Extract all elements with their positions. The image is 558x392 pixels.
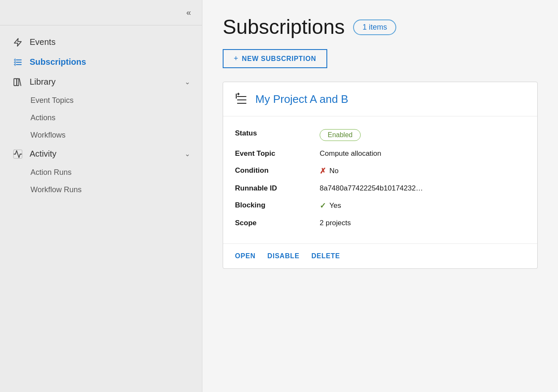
runnable-id-value: 8a7480a77422254b10174232… xyxy=(320,184,423,193)
bolt-icon xyxy=(12,38,24,47)
sidebar-item-workflow-runs-label: Workflow Runs xyxy=(30,185,82,194)
sidebar-top: « xyxy=(0,0,202,25)
page-header: Subscriptions 1 items xyxy=(223,17,538,37)
condition-value: ✗ No xyxy=(320,166,339,176)
sidebar: « Events xyxy=(0,0,202,392)
blocking-label: Blocking xyxy=(235,201,320,210)
sidebar-item-subscriptions[interactable]: Subscriptions xyxy=(0,52,202,72)
svg-rect-9 xyxy=(17,78,19,86)
check-icon: ✓ xyxy=(320,201,326,210)
card-row-scope: Scope 2 projects xyxy=(235,215,525,232)
new-subscription-label: NEW SUBSCRIPTION xyxy=(242,55,316,63)
sidebar-item-events-label: Events xyxy=(30,37,190,47)
status-badge: Enabled xyxy=(320,129,361,141)
items-count-badge: 1 items xyxy=(353,19,396,35)
status-value: Enabled xyxy=(320,129,361,141)
x-icon: ✗ xyxy=(320,166,326,176)
sidebar-item-library-label: Library xyxy=(30,77,179,87)
page-title: Subscriptions xyxy=(223,17,345,37)
delete-button[interactable]: DELETE xyxy=(311,251,340,261)
card-row-event-topic: Event Topic Compute allocation xyxy=(235,145,525,162)
library-icon xyxy=(12,77,24,87)
sidebar-navigation: Events Subscriptions xyxy=(0,25,202,392)
card-header: My Project A and B xyxy=(223,82,537,116)
collapse-button[interactable]: « xyxy=(183,6,194,19)
scope-value: 2 projects xyxy=(320,219,351,227)
svg-rect-8 xyxy=(14,78,17,86)
sidebar-item-workflows-label: Workflows xyxy=(30,131,66,140)
event-topic-value: Compute allocation xyxy=(320,149,381,158)
disable-button[interactable]: DISABLE xyxy=(268,251,300,261)
card-row-condition: Condition ✗ No xyxy=(235,162,525,180)
sidebar-item-workflows[interactable]: Workflows xyxy=(0,127,202,144)
sidebar-item-action-runs[interactable]: Action Runs xyxy=(0,164,202,181)
event-topic-label: Event Topic xyxy=(235,149,320,158)
activity-icon xyxy=(12,149,24,159)
condition-text: No xyxy=(329,167,339,175)
sidebar-item-subscriptions-label: Subscriptions xyxy=(30,57,190,67)
subscription-card: My Project A and B Status Enabled Event … xyxy=(223,82,538,269)
new-subscription-button[interactable]: + NEW SUBSCRIPTION xyxy=(223,49,327,68)
svg-marker-0 xyxy=(14,38,22,46)
card-body: Status Enabled Event Topic Compute alloc… xyxy=(223,116,537,243)
chevron-down-icon: ⌄ xyxy=(185,78,190,86)
sidebar-item-event-topics-label: Event Topics xyxy=(30,96,74,105)
sidebar-item-actions[interactable]: Actions xyxy=(0,109,202,127)
chevron-down-icon-activity: ⌄ xyxy=(185,150,190,158)
status-label: Status xyxy=(235,129,320,138)
subscriptions-icon xyxy=(12,58,24,67)
open-button[interactable]: OPEN xyxy=(235,251,256,261)
scope-label: Scope xyxy=(235,219,320,227)
runnable-id-label: Runnable ID xyxy=(235,184,320,193)
sidebar-item-events[interactable]: Events xyxy=(0,32,202,52)
sidebar-item-workflow-runs[interactable]: Workflow Runs xyxy=(0,181,202,199)
sidebar-item-activity-label: Activity xyxy=(30,149,179,159)
blocking-text: Yes xyxy=(329,202,341,210)
plus-icon: + xyxy=(234,54,238,63)
subscription-title: My Project A and B xyxy=(255,93,348,106)
subscription-icon xyxy=(235,92,249,106)
sidebar-item-actions-label: Actions xyxy=(30,113,55,122)
sidebar-item-action-runs-label: Action Runs xyxy=(30,168,72,177)
blocking-value: ✓ Yes xyxy=(320,201,341,210)
sidebar-item-library[interactable]: Library ⌄ xyxy=(0,72,202,92)
card-row-blocking: Blocking ✓ Yes xyxy=(235,197,525,215)
condition-label: Condition xyxy=(235,166,320,175)
card-footer: OPEN DISABLE DELETE xyxy=(223,243,537,268)
main-content: Subscriptions 1 items + NEW SUBSCRIPTION xyxy=(202,0,558,392)
sidebar-item-activity[interactable]: Activity ⌄ xyxy=(0,144,202,164)
card-row-runnable-id: Runnable ID 8a7480a77422254b10174232… xyxy=(235,180,525,197)
sidebar-item-event-topics[interactable]: Event Topics xyxy=(0,92,202,109)
card-row-status: Status Enabled xyxy=(235,125,525,145)
